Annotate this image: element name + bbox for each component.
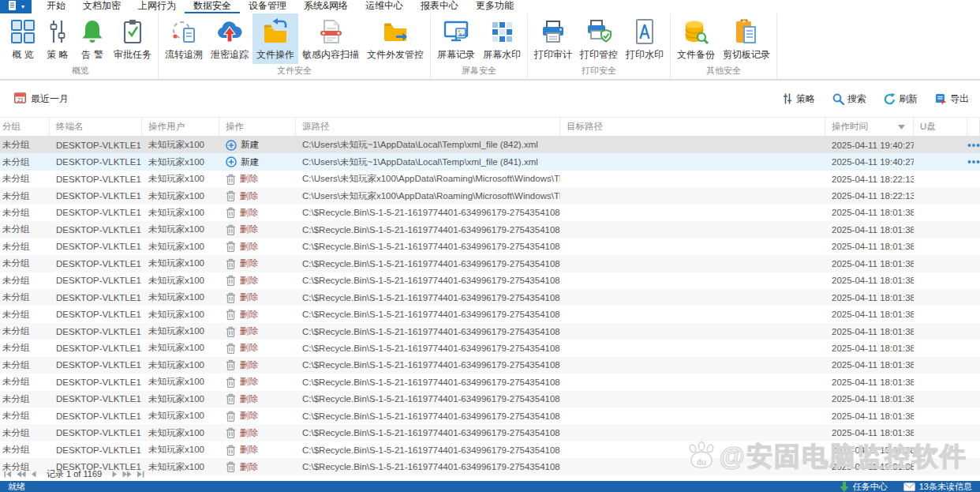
table-row[interactable]: 未分组DESKTOP-VLKTLE1未知玩家x100删除C:\$Recycle.… bbox=[0, 441, 980, 458]
next-page-button[interactable] bbox=[111, 471, 118, 478]
row-actions-button[interactable] bbox=[967, 143, 980, 148]
ribbon-item-文件备份[interactable]: 文件备份 bbox=[673, 13, 719, 64]
table-row[interactable]: 未分组DESKTOP-VLKTLE1未知玩家x100删除C:\$Recycle.… bbox=[0, 323, 980, 340]
table-row[interactable]: 未分组DESKTOP-VLKTLE1未知玩家x100删除C:\$Recycle.… bbox=[0, 458, 980, 475]
ribbon-item-概 览[interactable]: 概 览 bbox=[6, 13, 40, 64]
menu-tab-设备管理[interactable]: 设备管理 bbox=[240, 0, 295, 13]
operation-label: 删除 bbox=[240, 393, 258, 405]
ribbon-item-打印审计[interactable]: 打印审计 bbox=[530, 13, 576, 64]
cell-operation: 删除 bbox=[219, 241, 296, 253]
cell-operation: 删除 bbox=[219, 393, 296, 405]
menu-tab-报表中心[interactable]: 报表中心 bbox=[412, 0, 467, 13]
toolbar-action-策略[interactable]: 策略 bbox=[782, 92, 815, 106]
row-actions-button[interactable] bbox=[967, 160, 980, 164]
table-row[interactable]: 未分组DESKTOP-VLKTLE1未知玩家x100删除C:\Users\未知玩… bbox=[0, 187, 980, 204]
ribbon-item-文件操作[interactable]: 文件操作 bbox=[252, 13, 298, 64]
cell-operation-time: 2025-04-11 18:01:38 bbox=[825, 293, 914, 302]
table-row[interactable]: 未分组DESKTOP-VLKTLE1未知玩家x100删除C:\$Recycle.… bbox=[0, 221, 980, 238]
table-row[interactable]: 未分组DESKTOP-VLKTLE1未知玩家x100新建C:\Users\未知玩… bbox=[0, 137, 980, 153]
cell-group: 未分组 bbox=[0, 257, 50, 269]
prev-page-button[interactable] bbox=[31, 471, 37, 478]
menu-tab-运维中心[interactable]: 运维中心 bbox=[357, 0, 412, 13]
prev-10-pages-button[interactable] bbox=[17, 471, 26, 478]
ribbon-item-剪切板记录[interactable]: 剪切板记录 bbox=[719, 13, 774, 64]
column-header-分组[interactable]: 分组 bbox=[0, 118, 50, 136]
table-row[interactable]: 未分组DESKTOP-VLKTLE1未知玩家x100删除C:\$Recycle.… bbox=[0, 424, 980, 441]
menu-tab-更多功能[interactable]: 更多功能 bbox=[467, 0, 522, 13]
table-row[interactable]: 未分组DESKTOP-VLKTLE1未知玩家x100删除C:\Users\未知玩… bbox=[0, 171, 980, 187]
ribbon-item-屏幕记录[interactable]: 屏幕记录 bbox=[433, 13, 479, 64]
cell-terminal-name: DESKTOP-VLKTLE1 bbox=[50, 276, 142, 285]
cell-operation-time: 2025-04-11 18:01:38 bbox=[825, 310, 914, 319]
status-item-任务中心[interactable]: 任务中心 bbox=[840, 481, 888, 492]
cell-group: 未分组 bbox=[0, 393, 50, 405]
ribbon-item-打印水印[interactable]: 打印水印 bbox=[622, 13, 668, 64]
table-row[interactable]: 未分组DESKTOP-VLKTLE1未知玩家x100删除C:\$Recycle.… bbox=[0, 306, 980, 322]
cell-operation-time: 2025-04-11 18:22:13 bbox=[825, 191, 914, 201]
menu-tab-开始[interactable]: 开始 bbox=[38, 0, 74, 13]
ribbon-item-策 略[interactable]: 策 略 bbox=[40, 13, 75, 64]
menu-tab-上网行为[interactable]: 上网行为 bbox=[129, 0, 185, 13]
cell-source-path: C:\Users\未知玩家x100\AppData\Roaming\Micros… bbox=[296, 173, 560, 185]
date-range-filter[interactable]: 23 最近一月 bbox=[14, 92, 69, 106]
column-header-U盘[interactable]: U盘 bbox=[914, 118, 967, 136]
cell-group: 未分组 bbox=[0, 359, 50, 371]
ribbon-item-打印管控[interactable]: 打印管控 bbox=[576, 13, 622, 64]
cell-operation: 删除 bbox=[219, 342, 296, 354]
cell-operation-user: 未知玩家x100 bbox=[142, 376, 219, 388]
table-row[interactable]: 未分组DESKTOP-VLKTLE1未知玩家x100删除C:\$Recycle.… bbox=[0, 255, 980, 272]
last-page-button[interactable] bbox=[137, 471, 144, 478]
scan-doc-icon bbox=[317, 17, 344, 47]
column-header-操作[interactable]: 操作 bbox=[219, 118, 296, 136]
trash-icon bbox=[226, 224, 236, 235]
column-header-操作用户[interactable]: 操作用户 bbox=[142, 118, 219, 136]
ribbon-toolbar: 概 览策 略告 警审批任务概览流转追溯泄密追踪文件操作敏感内容扫描文件外发管控文… bbox=[0, 13, 980, 81]
menu-tab-系统&网络[interactable]: 系统&网络 bbox=[295, 0, 357, 13]
menu-tab-文档加密[interactable]: 文档加密 bbox=[74, 0, 129, 13]
ribbon-group: 屏幕记录屏幕水印屏幕安全 bbox=[431, 13, 528, 79]
ribbon-item-流转追溯[interactable]: 流转追溯 bbox=[161, 13, 207, 64]
column-filter-dropdown-icon[interactable] bbox=[898, 125, 905, 130]
table-row[interactable]: 未分组DESKTOP-VLKTLE1未知玩家x100删除C:\$Recycle.… bbox=[0, 340, 980, 356]
cell-source-path: C:\$Recycle.Bin\S-1-5-21-1619774401-6349… bbox=[296, 360, 560, 370]
sliders-sm-icon bbox=[782, 93, 793, 104]
cell-source-path: C:\$Recycle.Bin\S-1-5-21-1619774401-6349… bbox=[296, 411, 560, 421]
toolbar-action-搜索[interactable]: 搜索 bbox=[832, 92, 866, 106]
operation-label: 删除 bbox=[240, 257, 258, 269]
ribbon-item-审批任务[interactable]: 审批任务 bbox=[110, 13, 155, 64]
table-row[interactable]: 未分组DESKTOP-VLKTLE1未知玩家x100删除C:\$Recycle.… bbox=[0, 272, 980, 289]
next-10-pages-button[interactable] bbox=[122, 471, 132, 478]
trash-icon bbox=[226, 258, 236, 269]
column-header-actions[interactable] bbox=[967, 118, 980, 136]
ribbon-item-文件外发管控[interactable]: 文件外发管控 bbox=[363, 13, 428, 64]
table-row[interactable]: 未分组DESKTOP-VLKTLE1未知玩家x100删除C:\$Recycle.… bbox=[0, 407, 980, 424]
toolbar-action-导出[interactable]: 导出 bbox=[935, 92, 969, 106]
grid-header-row: 分组终端名操作用户操作源路径目标路径操作时间U盘 bbox=[0, 118, 980, 137]
ribbon-item-屏幕水印[interactable]: 屏幕水印 bbox=[479, 13, 525, 64]
cell-operation: 删除 bbox=[219, 257, 296, 269]
column-header-终端名[interactable]: 终端名 bbox=[50, 118, 142, 136]
date-range-label: 最近一月 bbox=[31, 92, 69, 106]
status-item-13条未读信息[interactable]: 13条未读信息 bbox=[903, 481, 972, 492]
app-menu-button[interactable]: ▾ bbox=[0, 0, 32, 13]
ribbon-item-告 警[interactable]: 告 警 bbox=[75, 13, 110, 64]
plus-circle-icon bbox=[226, 140, 237, 151]
ribbon-item-敏感内容扫描[interactable]: 敏感内容扫描 bbox=[298, 13, 363, 64]
first-page-button[interactable] bbox=[4, 471, 12, 478]
cell-group: 未分组 bbox=[0, 325, 50, 337]
table-row[interactable]: 未分组DESKTOP-VLKTLE1未知玩家x100删除C:\$Recycle.… bbox=[0, 357, 980, 374]
table-row[interactable]: 未分组DESKTOP-VLKTLE1未知玩家x100删除C:\$Recycle.… bbox=[0, 238, 980, 255]
table-row[interactable]: 未分组DESKTOP-VLKTLE1未知玩家x100新建C:\Users\未知玩… bbox=[0, 153, 980, 170]
menu-tab-数据安全[interactable]: 数据安全 bbox=[185, 0, 240, 13]
cell-terminal-name: DESKTOP-VLKTLE1 bbox=[50, 191, 142, 201]
toolbar-action-刷新[interactable]: 刷新 bbox=[884, 92, 918, 106]
table-row[interactable]: 未分组DESKTOP-VLKTLE1未知玩家x100删除C:\$Recycle.… bbox=[0, 374, 980, 390]
table-row[interactable]: 未分组DESKTOP-VLKTLE1未知玩家x100删除C:\$Recycle.… bbox=[0, 289, 980, 306]
column-header-目标路径[interactable]: 目标路径 bbox=[560, 118, 825, 136]
table-row[interactable]: 未分组DESKTOP-VLKTLE1未知玩家x100删除C:\$Recycle.… bbox=[0, 391, 980, 407]
table-row[interactable]: 未分组DESKTOP-VLKTLE1未知玩家x100删除C:\$Recycle.… bbox=[0, 205, 980, 221]
ribbon-item-泄密追踪[interactable]: 泄密追踪 bbox=[207, 13, 252, 64]
column-header-操作时间[interactable]: 操作时间 bbox=[825, 118, 914, 136]
cell-group: 未分组 bbox=[0, 173, 50, 185]
column-header-源路径[interactable]: 源路径 bbox=[296, 118, 560, 136]
